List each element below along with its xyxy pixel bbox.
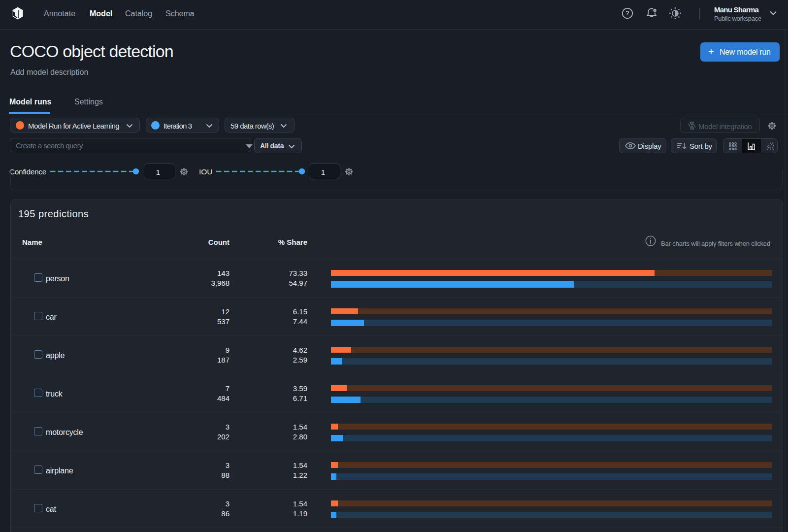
svg-text:?: ? bbox=[625, 9, 629, 17]
